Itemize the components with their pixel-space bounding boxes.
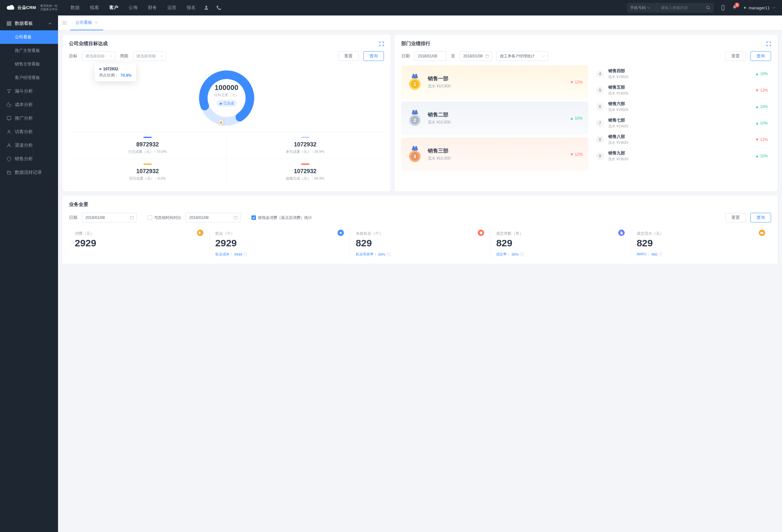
compare-checkbox-group[interactable]: 与其他时间对比 [148,215,181,220]
device-icon[interactable] [720,5,726,11]
sidebar-item-1[interactable]: 成本分析 [0,98,58,112]
sidebar-item-4[interactable]: 渠道分析 [0,139,58,152]
notifications[interactable]: 5 [732,4,738,11]
rank-row[interactable]: 6销售六部流水 ¥19020▲ 10% [593,98,771,115]
date-from-input[interactable]: 2018/01/08 [414,51,447,61]
rank-row[interactable]: 4销售四部流水 ¥19020▲ 10% [593,66,771,82]
sidebar-item-3[interactable]: 访客分析 [0,125,58,139]
sidebar-icon [6,89,11,94]
user-name: manager11 [748,5,770,10]
search-type-select[interactable]: 手机号码 [627,3,657,12]
donut-status-badge: 已达成 [216,100,237,107]
svg-text:2: 2 [414,118,416,123]
kpi-card: 有效机会（个） 829机会有效率：80% [350,229,491,258]
calendar-icon [485,54,489,58]
stat-cell: 1072932超额完成（元）|89.9% [226,158,384,185]
nav-item-4[interactable]: 财务 [148,5,157,11]
rank-row[interactable]: 8销售八部流水 ¥19020▼ 12% [593,131,771,148]
logo[interactable]: 云朵CRM 教育机构一站 式服务云平台 [6,4,58,11]
medal-icon: 1 [407,73,423,91]
cash-checkbox-group[interactable]: 按现金消费（返点后消费）统计 [251,215,312,220]
checkbox-cash[interactable] [251,215,256,220]
nav-item-2[interactable]: 客户 [109,5,118,11]
select-groupby[interactable]: 按工单客户经理统计 [496,51,548,61]
sidebar-item-6[interactable]: 数据流转记录 [0,166,58,179]
sidebar-item-2[interactable]: 推广分析 [0,112,58,125]
date-input-2[interactable]: 2018/01/08 [186,213,241,222]
sidebar-item-5[interactable]: 销售分析 [0,152,58,166]
help-icon[interactable] [243,252,247,256]
podium-2[interactable]: 2 销售二部流水 ¥10,900 ▲ 10% [401,102,588,135]
sidebar-sub-2[interactable]: 销售主管看板 [0,58,58,71]
reset-button[interactable]: 重置 [725,213,746,222]
svg-text:3: 3 [414,154,416,159]
reset-button[interactable]: 重置 [338,51,359,61]
svg-rect-5 [7,24,9,26]
search-group: 手机号码 [627,3,714,12]
nav-item-6[interactable]: 报名 [187,5,196,11]
expand-icon[interactable] [380,42,384,46]
nav-item-5[interactable]: 运营 [167,5,176,11]
donut-total-label: 目标总量（元） [214,93,239,97]
rank-list: 4销售四部流水 ¥19020▲ 10%5销售五部流水 ¥19020▼ 12%6销… [593,66,771,171]
card-overview-title: 业务全景 [69,202,771,208]
kpi-card: 消费（元） 2929 [69,229,210,258]
query-button[interactable]: 查询 [750,213,771,222]
nav-quick-icons [203,5,221,11]
help-icon[interactable] [520,252,524,256]
sidebar-sub-0[interactable]: 公司看板 [0,30,58,44]
donut-handle [219,120,223,125]
query-button[interactable]: 查询 [363,51,384,61]
tab-company-board[interactable]: 公司看板 [70,15,103,30]
help-icon[interactable] [659,252,663,256]
rank-row[interactable]: 7销售七部流水 ¥19020▲ 10% [593,115,771,131]
rank-row[interactable]: 9销售九部流水 ¥19020▲ 10% [593,148,771,164]
thumbs-up-icon [219,102,222,105]
date-to-input[interactable]: 2018/01/08 [460,51,492,61]
podium: 1 销售一部流水 ¥10,900 ▼ 12% 2 销售二部流水 ¥10,900 … [401,66,588,171]
svg-rect-3 [7,22,9,23]
card-target-title: 公司业绩目标达成 [69,41,108,47]
card-icon [759,229,765,236]
chevron-up-icon [48,22,51,25]
sidebar-sub-3[interactable]: 客户经理看板 [0,71,58,84]
logo-text: 云朵CRM [17,5,36,11]
date-input-1[interactable]: 2018/01/08 [82,213,137,222]
close-icon[interactable] [95,21,98,24]
checkbox-compare[interactable] [148,215,152,220]
nav-item-0[interactable]: 数据 [71,5,80,11]
sidebar-head-dashboard[interactable]: 数据看板 [0,17,58,30]
nav-item-3[interactable]: 公海 [129,5,138,11]
phone-icon[interactable] [216,5,221,11]
svg-point-0 [707,6,709,9]
chevron-down-icon [647,6,650,9]
kpi-card: 机会（个） 2929机会成本：¥948 [210,229,350,258]
sidebar-sub-1[interactable]: 推广主管看板 [0,44,58,58]
rank-row[interactable]: 5销售五部流水 ¥19020▼ 12% [593,82,771,98]
nav-item-1[interactable]: 线索 [90,5,99,11]
menu-icon[interactable] [62,20,67,26]
search-input[interactable] [657,5,703,10]
label-date: 日期 [69,215,77,220]
user-icon[interactable] [203,5,209,11]
sidebar-icon [6,129,11,135]
sidebar-item-0[interactable]: 漏斗分析 [0,84,58,98]
help-icon[interactable] [387,252,391,256]
check-icon [252,216,255,219]
reset-button[interactable]: 重置 [725,51,746,61]
user-menu[interactable]: manager11 [744,5,776,10]
expand-icon[interactable] [767,42,771,46]
chevron-down-icon [160,55,164,58]
top-nav: 云朵CRM 教育机构一站 式服务云平台 数据线索客户公海财务运营报名 手机号码 … [0,0,782,15]
podium-1[interactable]: 1 销售一部流水 ¥10,900 ▼ 12% [401,66,588,99]
chevron-down-icon [542,55,545,58]
medal-icon: 3 [407,145,423,164]
label-date: 日期 [401,53,410,59]
select-period[interactable]: 请选择周期 [133,51,166,61]
query-button[interactable]: 查询 [750,51,771,61]
calendar-icon [130,216,134,220]
select-target[interactable]: 请选择目标 [82,51,115,61]
podium-3[interactable]: 3 销售三部流水 ¥10,900 ▼ 12% [401,138,588,171]
card-rank-title: 部门业绩排行 [401,41,430,47]
search-button[interactable] [703,3,714,12]
